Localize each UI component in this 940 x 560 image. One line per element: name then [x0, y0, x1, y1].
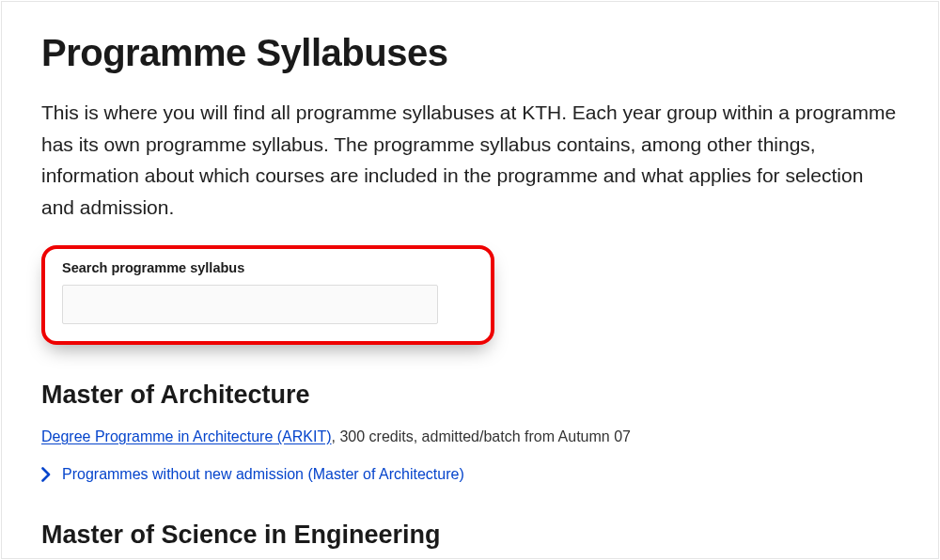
- expand-row-architecture[interactable]: Programmes without new admission (Master…: [41, 466, 899, 483]
- programme-link-architecture[interactable]: Degree Programme in Architecture (ARKIT): [41, 428, 332, 444]
- section-title-architecture: Master of Architecture: [41, 381, 899, 410]
- search-programme-syllabus-box: Search programme syllabus: [41, 245, 494, 345]
- page-title: Programme Syllabuses: [41, 32, 899, 74]
- search-programme-input[interactable]: [62, 285, 438, 324]
- search-label: Search programme syllabus: [62, 260, 474, 275]
- programme-line-architecture: Degree Programme in Architecture (ARKIT)…: [41, 428, 899, 445]
- programme-suffix-architecture: , 300 credits, admitted/batch from Autum…: [332, 428, 631, 444]
- expand-link-architecture[interactable]: Programmes without new admission (Master…: [62, 466, 464, 483]
- page-container: Programme Syllabuses This is where you w…: [1, 1, 939, 559]
- intro-paragraph: This is where you will find all programm…: [41, 97, 899, 223]
- chevron-right-icon: [41, 467, 51, 482]
- section-title-engineering: Master of Science in Engineering: [41, 521, 899, 550]
